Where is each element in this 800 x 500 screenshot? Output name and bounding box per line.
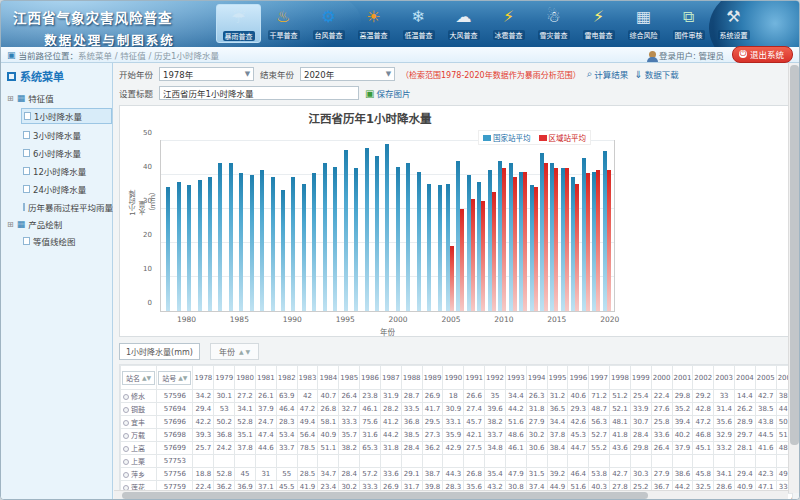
station-name-cell[interactable]: 上高 bbox=[121, 442, 157, 455]
year-header-1993[interactable]: 1993 bbox=[505, 366, 526, 390]
high-temp-survey-icon: ☀ bbox=[359, 5, 389, 29]
radio-icon[interactable] bbox=[123, 446, 129, 452]
toolbar-item-综合风险[interactable]: ▦综合风险 bbox=[621, 4, 666, 41]
station-name-cell[interactable]: 萍乡 bbox=[121, 468, 157, 481]
station-name-cell[interactable]: 上栗 bbox=[121, 455, 157, 468]
toolbar-item-干旱普查[interactable]: ♨干旱普查 bbox=[261, 4, 306, 41]
value-cell bbox=[693, 455, 714, 468]
horizontal-scrollbar-thumb[interactable] bbox=[122, 492, 648, 499]
year-header-1986[interactable]: 1986 bbox=[360, 366, 381, 390]
year-header-1987[interactable]: 1987 bbox=[380, 366, 401, 390]
year-header-1980[interactable]: 1980 bbox=[235, 366, 256, 390]
radio-icon[interactable] bbox=[123, 459, 129, 465]
radio-icon[interactable] bbox=[123, 420, 129, 426]
toolbar-item-暴雨普查[interactable]: ☔暴雨普查 bbox=[216, 4, 261, 43]
expander-icon[interactable]: ⊞ bbox=[7, 220, 14, 229]
year-header-1995[interactable]: 1995 bbox=[547, 366, 568, 390]
vertical-scrollbar[interactable] bbox=[788, 63, 799, 493]
toolbar-item-系统设置[interactable]: ⚒系统设置 bbox=[711, 4, 756, 41]
id-sort-button[interactable]: 站号▲▼ bbox=[158, 371, 191, 385]
year-header-1981[interactable]: 1981 bbox=[255, 366, 276, 390]
value-cell: 38.2 bbox=[339, 442, 360, 455]
bar-group-1990 bbox=[288, 141, 298, 311]
year-header-2005[interactable]: 2005 bbox=[755, 366, 776, 390]
year-header-1985[interactable]: 1985 bbox=[339, 366, 360, 390]
toolbar-item-台风普查[interactable]: ⚙台风普查 bbox=[306, 4, 351, 41]
toolbar-item-图件审核[interactable]: ⧉图件审核 bbox=[666, 4, 711, 41]
sidebar-item-3小时降水量[interactable]: 3小时降水量 bbox=[21, 128, 112, 142]
name-sort-button[interactable]: 站名▲▼ bbox=[122, 371, 155, 385]
year-header-2000[interactable]: 2000 bbox=[651, 366, 672, 390]
download-button[interactable]: ⇓ 数据下载 bbox=[634, 68, 678, 80]
tree-group-特征值[interactable]: ⊞▦特征值 bbox=[7, 92, 112, 104]
bar-national-1992 bbox=[312, 173, 316, 311]
toolbar-item-冰雹普查[interactable]: ⚡冰雹普查 bbox=[486, 4, 531, 41]
bar-regional-2016 bbox=[565, 168, 569, 311]
year-header-1989[interactable]: 1989 bbox=[422, 366, 443, 390]
toolbar-item-低温普查[interactable]: ❄低温普查 bbox=[396, 4, 441, 41]
toolbar-item-雷电普查[interactable]: ⚡雷电普查 bbox=[576, 4, 621, 41]
radio-icon[interactable] bbox=[123, 472, 129, 478]
station-name-cell[interactable]: 宜丰 bbox=[121, 416, 157, 429]
year-header-1992[interactable]: 1992 bbox=[485, 366, 506, 390]
calculate-button[interactable]: ⌕ 计算结果 bbox=[587, 68, 629, 80]
year-header-1998[interactable]: 1998 bbox=[610, 366, 631, 390]
value-cell: 41.6 bbox=[755, 442, 776, 455]
legend-swatch bbox=[483, 135, 491, 141]
year-header-1996[interactable]: 1996 bbox=[568, 366, 589, 390]
toolbar-item-高温普查[interactable]: ☀高温普查 bbox=[351, 4, 396, 41]
year-header-2004[interactable]: 2004 bbox=[735, 366, 756, 390]
year-header-2001[interactable]: 2001 bbox=[672, 366, 693, 390]
tree-group-产品绘制[interactable]: ⊞▦产品绘制 bbox=[7, 218, 112, 230]
page-icon bbox=[23, 167, 30, 175]
sidebar-item-等值线绘图[interactable]: 等值线绘图 bbox=[21, 234, 112, 248]
vertical-scrollbar-thumb[interactable] bbox=[790, 65, 799, 445]
year-header-1994[interactable]: 1994 bbox=[526, 366, 547, 390]
bar-group-2019 bbox=[591, 141, 601, 311]
year-header-1991[interactable]: 1991 bbox=[464, 366, 485, 390]
year-sort-control[interactable]: 年份 ▲ ▼ bbox=[210, 343, 259, 360]
station-name-cell[interactable]: 修水 bbox=[121, 390, 157, 403]
value-cell: 47.4 bbox=[255, 429, 276, 442]
sidebar-item-6小时降水量[interactable]: 6小时降水量 bbox=[21, 146, 112, 160]
sidebar-item-1小时降水量[interactable]: 1小时降水量 bbox=[21, 108, 112, 124]
year-sort-label: 年份 bbox=[219, 346, 235, 357]
end-year-select[interactable]: 2020年 ▼ bbox=[300, 67, 395, 81]
radio-icon[interactable] bbox=[123, 433, 129, 439]
year-header-1990[interactable]: 1990 bbox=[443, 366, 464, 390]
expander-icon[interactable]: ⊞ bbox=[7, 94, 14, 103]
value-cell: 27.9 bbox=[651, 468, 672, 481]
radio-icon[interactable] bbox=[123, 394, 129, 400]
sidebar-item-12小时降水量[interactable]: 12小时降水量 bbox=[21, 164, 112, 178]
y-tick-label: 10 bbox=[143, 265, 152, 273]
toolbar-item-雪灾普查[interactable]: ☃雪灾普查 bbox=[531, 4, 576, 41]
bar-group-2002 bbox=[414, 141, 424, 311]
value-cell: 46.4 bbox=[568, 468, 589, 481]
year-header-1999[interactable]: 1999 bbox=[630, 366, 651, 390]
year-header-1997[interactable]: 1997 bbox=[589, 366, 610, 390]
sidebar-item-24小时降水量[interactable]: 24小时降水量 bbox=[21, 182, 112, 196]
year-header-2003[interactable]: 2003 bbox=[714, 366, 735, 390]
station-name: 修水 bbox=[131, 393, 145, 401]
year-header-1984[interactable]: 1984 bbox=[318, 366, 339, 390]
horizontal-scrollbar[interactable] bbox=[114, 490, 788, 499]
station-name-cell[interactable]: 万载 bbox=[121, 429, 157, 442]
start-year-select[interactable]: 1978年 ▼ bbox=[159, 67, 254, 81]
value-cell bbox=[651, 455, 672, 468]
year-header-1983[interactable]: 1983 bbox=[297, 366, 318, 390]
value-cell: 26.8 bbox=[318, 403, 339, 416]
logout-button[interactable]: ⏻ 退出系统 bbox=[732, 46, 793, 63]
year-header-1979[interactable]: 1979 bbox=[214, 366, 235, 390]
bar-group-1994 bbox=[330, 141, 340, 311]
save-image-button[interactable]: ▣ 保存图片 bbox=[365, 87, 410, 99]
value-cell bbox=[630, 455, 651, 468]
station-name-cell[interactable]: 铜鼓 bbox=[121, 403, 157, 416]
sidebar-item-历年暴雨过程平均雨量[interactable]: 历年暴雨过程平均雨量 bbox=[21, 200, 112, 214]
year-header-1988[interactable]: 1988 bbox=[401, 366, 422, 390]
year-header-2002[interactable]: 2002 bbox=[693, 366, 714, 390]
year-header-1978[interactable]: 1978 bbox=[193, 366, 214, 390]
radio-icon[interactable] bbox=[123, 407, 129, 413]
toolbar-item-大风普查[interactable]: ☁大风普查 bbox=[441, 4, 486, 41]
chart-title-input[interactable] bbox=[159, 86, 359, 100]
year-header-1982[interactable]: 1982 bbox=[276, 366, 297, 390]
